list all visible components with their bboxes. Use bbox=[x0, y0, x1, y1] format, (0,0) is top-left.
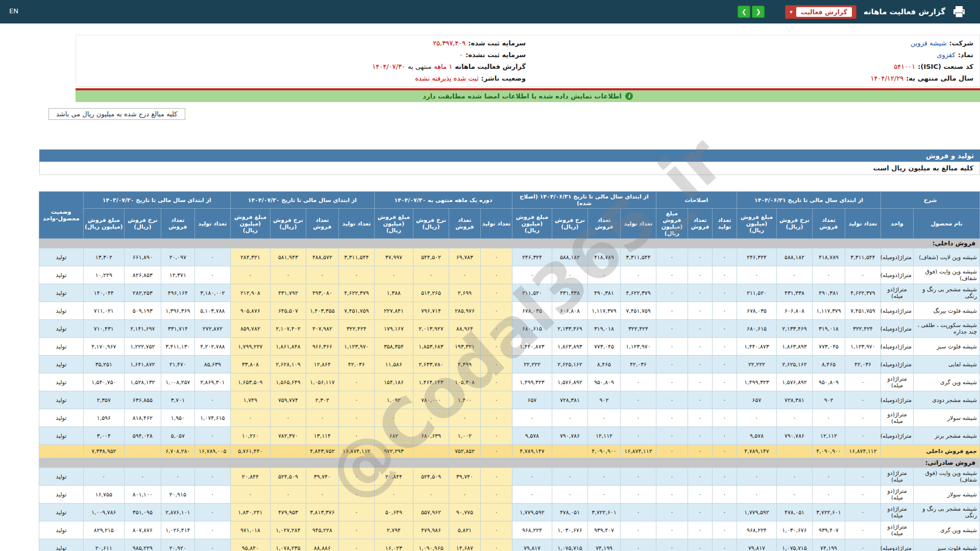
value-cell: ۰ bbox=[512, 486, 552, 504]
next-report-button[interactable]: ❯ bbox=[752, 6, 765, 18]
value-cell: ۰ bbox=[620, 539, 656, 551]
value-cell: ۰ bbox=[737, 468, 776, 486]
language-toggle[interactable]: EN bbox=[9, 7, 18, 15]
value-cell: ۴۸۸,۵۷۲ bbox=[306, 248, 338, 266]
value-cell: ۴,۶۲۲,۳۷۹ bbox=[620, 284, 656, 302]
value-cell: ۹۷۲,۲۹۳ bbox=[374, 445, 413, 458]
value-cell: ۲۲,۲۲۲ bbox=[737, 356, 776, 373]
value-cell: ۰ bbox=[688, 468, 712, 486]
value-cell: ۲۸۴,۳۲۱ bbox=[230, 248, 270, 266]
value-cell: ۱۴,۶۸۷ bbox=[449, 539, 480, 551]
product-status: تولید bbox=[39, 320, 83, 338]
value-cell: ۰ bbox=[480, 391, 512, 409]
value-cell: ۲,۳۰۲ bbox=[306, 391, 338, 409]
product-name: شیشه مشجر بی رنگ و رنگی bbox=[914, 504, 980, 521]
value-cell: ۰ bbox=[338, 373, 374, 391]
value-cell: ۷۴,۱۹۹ bbox=[587, 539, 620, 551]
value-cell: ۰ bbox=[777, 468, 813, 486]
column-header: مبلغ فروش (میلیون ریال) bbox=[83, 209, 124, 239]
info-link[interactable]: شیشه قزوین bbox=[911, 39, 947, 47]
value-cell: ۰ bbox=[306, 486, 338, 504]
value-cell: ۴۹۶,۱۶۴ bbox=[161, 284, 194, 302]
value-cell: ۱,۸۶۳,۸۹۳ bbox=[777, 338, 813, 356]
value-cell: ۰ bbox=[712, 320, 737, 338]
value-cell: ۸۲۶,۸۵۳ bbox=[124, 266, 161, 284]
product-status: تولید bbox=[39, 302, 83, 320]
print-icon[interactable] bbox=[952, 6, 966, 18]
info-value: ۱۴۰۴/۰۷/۳۰ bbox=[372, 63, 405, 70]
product-row: شیشه فلوت سبزمتراژ(دومیله)۱,۱۲۳,۹۷۰۷۷۳,۰… bbox=[39, 338, 979, 356]
product-name: شیشه وین وایت (فوق شفاف) bbox=[914, 468, 980, 486]
value-cell: ۴,۸۴۳,۷۵۲ bbox=[306, 445, 338, 458]
value-cell: ۱۳,۳۰۲ bbox=[83, 248, 124, 266]
value-cell: ۷۲۸,۳۸۱ bbox=[777, 391, 813, 409]
value-cell: ۰ bbox=[480, 504, 512, 521]
value-cell: ۲۱۱,۵۲۰ bbox=[512, 284, 552, 302]
value-cell: ۶۳۶,۸۵۵ bbox=[124, 391, 161, 409]
value-cell: ۰ bbox=[656, 445, 688, 458]
value-cell: ۰ bbox=[737, 266, 776, 284]
product-row: شیشه فلوت بیرنگمتراژ(دومیله)۷,۴۵۱,۷۵۹۱,۱… bbox=[39, 302, 979, 320]
value-cell bbox=[124, 445, 161, 458]
value-cell: ۲۰,۹۲۰ bbox=[161, 539, 194, 551]
info-label: سال مالی منتهی به: bbox=[906, 74, 973, 82]
value-cell: ۲۲,۲۲۲ bbox=[512, 356, 552, 373]
value-cell: ۰ bbox=[306, 409, 338, 427]
prev-report-button[interactable]: ❮ bbox=[738, 6, 750, 18]
value-cell bbox=[413, 445, 449, 458]
value-cell: ۰ bbox=[587, 486, 620, 504]
value-cell: ۱,۴۰۳,۳۵۵ bbox=[306, 302, 338, 320]
value-cell: ۰ bbox=[777, 486, 813, 504]
value-cell: ۶۰۶,۸۰۸ bbox=[777, 302, 813, 320]
info-link[interactable]: کقزوی bbox=[937, 51, 955, 59]
value-cell: ۱,۷۷۹,۵۹۲ bbox=[737, 504, 776, 521]
value-cell: ۱,۰۰۲ bbox=[449, 427, 480, 445]
value-cell: ۲,۰۱۳,۹۲۷ bbox=[413, 320, 449, 338]
value-cell bbox=[552, 445, 587, 458]
value-cell: ۲۷۲,۸۷۲ bbox=[194, 320, 230, 338]
value-cell: ۰ bbox=[688, 521, 712, 539]
value-cell: ۰ bbox=[374, 409, 413, 427]
company-info-row: نماد:کقزوی bbox=[528, 49, 975, 61]
product-name: شیشه وین گری bbox=[914, 521, 980, 539]
value-cell: ۰ bbox=[688, 427, 712, 445]
value-cell: ۴۲,۰۳۶ bbox=[845, 356, 881, 373]
chevron-left-icon: ❮ bbox=[742, 8, 747, 15]
value-cell: ۰ bbox=[656, 468, 688, 486]
value-cell: ۱۳,۱۱۴ bbox=[306, 427, 338, 445]
product-name: شیشه سولار bbox=[914, 486, 980, 504]
column-header: مبلغ فروش (میلیون ریال) bbox=[656, 209, 688, 239]
value-cell: ۹۴۵,۲۲۸ bbox=[306, 521, 338, 539]
value-cell: ۱۷۹,۱۶۷ bbox=[374, 320, 413, 338]
info-value: ۱ ماهه bbox=[434, 63, 452, 70]
value-cell: ۶۸۰,۶۱۵ bbox=[512, 320, 552, 338]
value-cell: ۱,۰۳۰,۶۷۶ bbox=[777, 521, 813, 539]
value-cell: ۰ bbox=[374, 266, 413, 284]
info-label: سرمایه ثبت شده: bbox=[468, 39, 526, 47]
value-cell: ۱,۳۹۶,۳۶۹ bbox=[161, 302, 194, 320]
value-cell: ۰ bbox=[656, 391, 688, 409]
unit: متراژ(دو میله) bbox=[881, 409, 914, 427]
report-type-dropdown[interactable]: ▾ گزارش فعالیت bbox=[785, 5, 856, 19]
value-cell: ۰ bbox=[712, 266, 737, 284]
product-status: تولید bbox=[39, 486, 83, 504]
value-cell: ۱۲,۱۱۲ bbox=[813, 427, 845, 445]
unit: متراژ(دومیله) bbox=[881, 338, 914, 356]
product-row: شیشه مشجر دودیمتراژ(دومیله)۰۹۰۲۷۲۸,۳۸۱۶۵… bbox=[39, 391, 979, 409]
page-title: گزارش فعالیت ماهانه bbox=[864, 7, 945, 16]
value-cell: ۷۹۰,۷۸۶ bbox=[777, 427, 813, 445]
value-cell: ۰ bbox=[688, 409, 712, 427]
value-cell: ۱,۰۷۴,۶۱۵ bbox=[194, 409, 230, 427]
value-cell: ۰ bbox=[688, 391, 712, 409]
value-cell: ۱,۰۲۶,۴۱۴ bbox=[161, 521, 194, 539]
value-cell: ۰ bbox=[656, 486, 688, 504]
value-cell: ۸,۴۶۵ bbox=[813, 356, 845, 373]
value-cell: ۲۴۶,۳۲۴ bbox=[737, 248, 776, 266]
value-cell: ۴۲,۰۳۶ bbox=[338, 356, 374, 373]
value-cell: ۳۲۲,۴۲۴ bbox=[338, 320, 374, 338]
value-cell: ۰ bbox=[480, 302, 512, 320]
value-cell: ۰ bbox=[712, 521, 737, 539]
company-info-row: سرمایه ثبت نشده:۰ bbox=[80, 49, 528, 61]
value-cell: ۱۶,۷۵۵ bbox=[83, 486, 124, 504]
value-cell: ۳۵۸,۳۵۴ bbox=[374, 338, 413, 356]
